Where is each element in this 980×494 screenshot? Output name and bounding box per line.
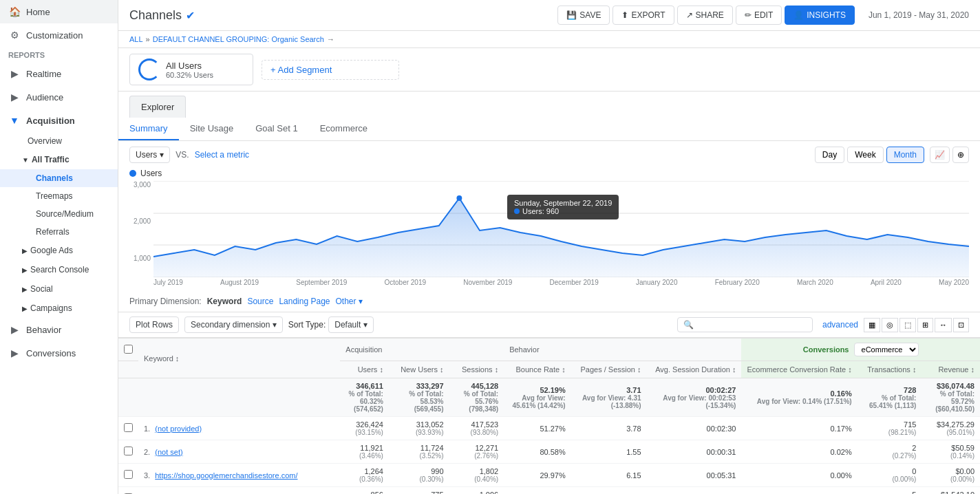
th-revenue[interactable]: Revenue ↕ (922, 361, 980, 378)
sidebar-item-treemaps[interactable]: Treemaps (0, 187, 118, 205)
share-button[interactable]: ↗ SHARE (677, 6, 733, 25)
breadcrumb-channel-grouping[interactable]: DEFAULT CHANNEL GROUPING: Organic Search (153, 35, 324, 43)
select-metric-link[interactable]: Select a metric (195, 150, 249, 160)
th-empty (118, 361, 138, 378)
table-row: 1. (not provided) 326,424(93.15%) 313,05… (118, 417, 980, 440)
dim-other[interactable]: Other ▾ (336, 297, 363, 306)
th-pages-session[interactable]: Pages / Session ↕ (571, 361, 647, 378)
grid-view-button[interactable]: ▦ (864, 318, 880, 332)
search-input[interactable] (696, 320, 807, 330)
row-pages-session: 6.15 (571, 464, 647, 487)
sidebar-item-conversions[interactable]: ▶ Conversions (0, 341, 118, 365)
row-users: 11,921(3.46%) (340, 440, 389, 464)
sidebar-item-referrals[interactable]: Referrals (0, 223, 118, 241)
add-segment-button[interactable]: + Add Segment (262, 60, 399, 80)
table-row: 2. (not set) 11,921(3.46%) 11,724(3.52%)… (118, 440, 980, 464)
sidebar-item-alltraffic[interactable]: ▼ All Traffic (0, 150, 118, 169)
sidebar-item-overview[interactable]: Overview (0, 132, 118, 150)
edit-button[interactable]: ✏ EDIT (736, 6, 782, 25)
explorer-tab[interactable]: Explorer (129, 96, 186, 118)
tab-site-usage[interactable]: Site Usage (179, 118, 245, 140)
th-ecomm-rate[interactable]: Ecommerce Conversion Rate ↕ (741, 361, 857, 378)
select-all-checkbox[interactable] (124, 345, 133, 354)
sidebar-item-googleads[interactable]: ▶ Google Ads (0, 241, 118, 260)
plot-rows-button[interactable]: Plot Rows (129, 316, 179, 333)
day-button[interactable]: Day (815, 147, 844, 163)
row-num: 3. (144, 471, 150, 480)
row-select-checkbox[interactable] (124, 470, 133, 479)
tab-goal-set[interactable]: Goal Set 1 (244, 118, 308, 140)
row-sessions: 417,523(93.80%) (449, 417, 504, 440)
advanced-link[interactable]: advanced (822, 320, 858, 330)
metric-dropdown[interactable]: Users ▾ (129, 147, 170, 163)
th-new-users[interactable]: New Users ↕ (389, 361, 449, 378)
export-button[interactable]: ⬆ EXPORT (612, 6, 674, 25)
keyword-link[interactable]: https://shop.googlemerchandisestore.com/ (155, 471, 297, 480)
keyword-link[interactable]: (not provided) (155, 425, 202, 433)
insights-button[interactable]: 👤 INSIGHTS (785, 6, 855, 25)
total-bounce-rate: 52.19% Avg for View: 45.61% (14.42%) (504, 378, 571, 417)
sidebar-item-acquisition[interactable]: ▼ Acquisition (0, 109, 118, 132)
svg-point-4 (456, 195, 462, 201)
row-keyword: 1. (not provided) (138, 417, 340, 440)
sidebar-item-behavior[interactable]: ▶ Behavior (0, 318, 118, 341)
week-button[interactable]: Week (847, 147, 883, 163)
sort-type-button[interactable]: Default ▾ (328, 316, 373, 333)
row-avg-session: 00:02:30 (647, 417, 742, 440)
pivot-view-button[interactable]: ⊞ (917, 318, 933, 332)
dim-source[interactable]: Source (247, 297, 273, 306)
tab-ecommerce[interactable]: Ecommerce (309, 118, 379, 140)
sidebar-item-campaigns[interactable]: ▶ Campaigns (0, 299, 118, 318)
tab-summary[interactable]: Summary (118, 118, 179, 140)
sidebar-item-social[interactable]: ▶ Social (0, 279, 118, 299)
row-new-users: 11,724(3.52%) (389, 440, 449, 464)
secondary-dimension-button[interactable]: Secondary dimension ▾ (184, 316, 283, 333)
lifecycle-view-button[interactable]: ↔ (935, 318, 952, 332)
sort-type-label: Sort Type: (288, 320, 326, 330)
row-users: 856(0.24%) (340, 487, 389, 495)
row-select-checkbox[interactable] (124, 423, 133, 432)
sidebar-item-audience[interactable]: ▶ Audience (0, 85, 118, 109)
compare-view-button[interactable]: ⬚ (899, 318, 916, 332)
row-avg-session: 00:05:31 (647, 464, 742, 487)
breadcrumb-all[interactable]: ALL (129, 35, 143, 43)
total-revenue: $36,074.48 % of Total: 59.72% ($60,410.5… (922, 378, 980, 417)
total-users: 346,611 % of Total: 60.32% (574,652) (340, 378, 389, 417)
sidebar-item-channels[interactable]: Channels (0, 169, 118, 187)
row-revenue: $50.59(0.14%) (922, 440, 980, 464)
row-select-checkbox[interactable] (124, 447, 133, 455)
th-keyword[interactable]: Keyword ↕ (138, 339, 340, 378)
dim-keyword[interactable]: Keyword (207, 297, 242, 306)
row-transactions: 715(98.21%) (858, 417, 922, 440)
th-users[interactable]: Users ↕ (340, 361, 389, 378)
sidebar-item-home[interactable]: 🏠 Home (0, 0, 118, 23)
sidebar-item-realtime[interactable]: ▶ Realtime (0, 62, 118, 85)
save-button[interactable]: 💾 SAVE (557, 6, 610, 25)
row-users: 326,424(93.15%) (340, 417, 389, 440)
keyword-link[interactable]: (not set) (155, 448, 182, 456)
conversions-dropdown[interactable]: eCommerce (854, 343, 919, 356)
month-button[interactable]: Month (886, 147, 924, 163)
chart-controls: Users ▾ VS. Select a metric Day Week Mon… (118, 141, 980, 169)
row-bounce-rate: 47.45% (504, 487, 571, 495)
row-transactions: 5(0.69%) (858, 487, 922, 495)
sidebar-item-searchconsole[interactable]: ▶ Search Console (0, 260, 118, 279)
th-transactions[interactable]: Transactions ↕ (858, 361, 922, 378)
row-num: 1. (144, 425, 150, 433)
th-sessions[interactable]: Sessions ↕ (449, 361, 504, 378)
pie-view-button[interactable]: ◎ (882, 318, 898, 332)
page-title: Channels ✔ (129, 8, 195, 23)
row-avg-session: 00:00:31 (647, 440, 742, 464)
dim-landing-page[interactable]: Landing Page (279, 297, 330, 306)
th-bounce-rate[interactable]: Bounce Rate ↕ (504, 361, 571, 378)
sidebar: 🏠 Home ⚙ Customization REPORTS ▶ Realtim… (0, 0, 118, 494)
row-bounce-rate: 80.58% (504, 440, 571, 464)
date-range[interactable]: Jun 1, 2019 - May 31, 2020 (869, 10, 969, 20)
line-chart-button[interactable]: 📈 (930, 147, 950, 163)
th-conversions: Conversions eCommerce (741, 339, 980, 361)
sidebar-item-sourcemedium[interactable]: Source/Medium (0, 205, 118, 223)
sidebar-item-customization[interactable]: ⚙ Customization (0, 23, 118, 47)
scatter-view-button[interactable]: ⊡ (953, 318, 969, 332)
th-avg-session[interactable]: Avg. Session Duration ↕ (647, 361, 742, 378)
pie-chart-button[interactable]: ⊕ (952, 147, 969, 163)
